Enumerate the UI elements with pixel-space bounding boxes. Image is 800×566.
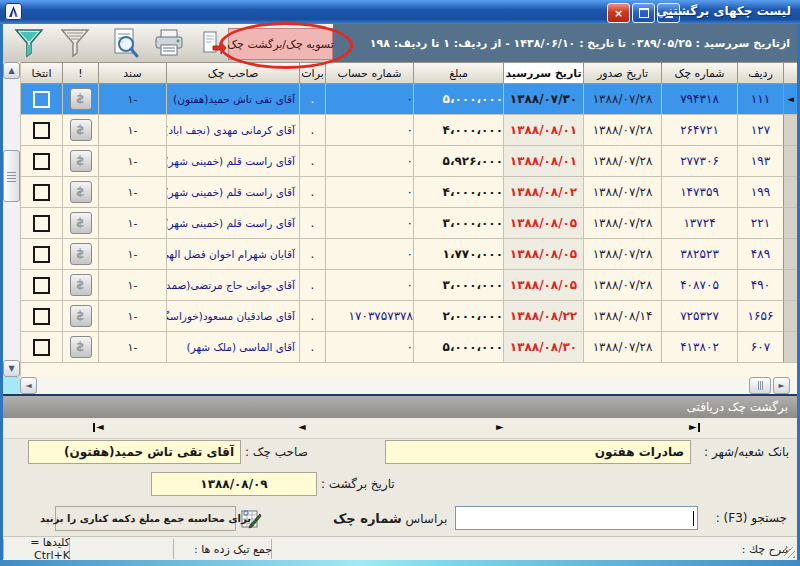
settle-check-button[interactable]: تسویه چک/برگشت چک: [228, 28, 333, 60]
cell-select: [20, 270, 62, 301]
dollar-settle-button[interactable]: $: [70, 181, 92, 203]
cell-row-number: ۴۸۹: [737, 239, 783, 270]
row-selector[interactable]: [783, 177, 797, 208]
scroll-down-button[interactable]: ▼: [3, 360, 20, 377]
dollar-settle-button[interactable]: $: [70, 243, 92, 265]
dollar-icon: $: [76, 217, 84, 229]
dollar-settle-button[interactable]: $: [70, 274, 92, 296]
section-header: برگشت چک دریافتی: [3, 394, 797, 418]
column-header-amount[interactable]: مبلغ: [413, 62, 503, 84]
cell-check-number: ۷۹۴۳۱۸: [661, 84, 737, 115]
clear-filter-button[interactable]: [55, 27, 95, 59]
cell-row-number: ۱۱۱: [737, 84, 783, 115]
cell-check-number: ۲۶۴۷۲۱: [661, 115, 737, 146]
cell-check-number: ۲۷۷۳۰۶: [661, 146, 737, 177]
print-icon: [153, 28, 185, 58]
scroll-left-button[interactable]: ◄: [20, 377, 37, 394]
cell-select: [20, 332, 62, 363]
table-row[interactable]: ۶۰۷۴۱۳۸۰۲۱۳۸۸/۰۷/۲۸۱۳۸۸/۰۸/۳۰۵،۰۰۰،۰۰۰۰.…: [20, 332, 797, 363]
maximize-icon: [639, 8, 649, 18]
bank-field[interactable]: صادرات هفتون: [385, 440, 691, 464]
select-checkbox[interactable]: [33, 339, 50, 356]
return-date-label: تاریخ برگشت :: [321, 477, 395, 491]
select-checkbox[interactable]: [33, 153, 50, 170]
dollar-settle-button[interactable]: $: [70, 212, 92, 234]
cell-barat: .: [299, 177, 325, 208]
row-selector[interactable]: [783, 332, 797, 363]
select-checkbox[interactable]: [33, 308, 50, 325]
cell-due-date: ۱۳۸۸/۰۷/۳۰: [503, 84, 583, 115]
table-row[interactable]: ◄۱۱۱۷۹۴۳۱۸۱۳۸۸/۰۷/۲۸۱۳۸۸/۰۷/۳۰۵،۰۰۰،۰۰۰۰…: [20, 84, 797, 115]
print-button[interactable]: [149, 27, 189, 59]
table-row[interactable]: ۲۲۱۱۳۷۲۴۱۳۸۸/۰۷/۲۸۱۳۸۸/۰۸/۰۵۳،۰۰۰،۰۰۰۰.آ…: [20, 208, 797, 239]
select-checkbox[interactable]: [33, 122, 50, 139]
column-header-due-date[interactable]: تاریخ سررسید: [503, 62, 583, 84]
search-input[interactable]: [455, 506, 698, 530]
row-selector[interactable]: [783, 239, 797, 270]
previous-record-button[interactable]: ◄: [298, 422, 306, 432]
text-caret: [693, 511, 694, 526]
horizontal-scrollbar[interactable]: ◄ ►: [3, 377, 797, 394]
select-checkbox[interactable]: [33, 184, 50, 201]
column-header-account-no[interactable]: شماره حساب: [325, 62, 413, 84]
dollar-settle-button[interactable]: $: [70, 336, 92, 358]
cell-issue-date: ۱۳۸۸/۰۷/۲۸: [583, 177, 661, 208]
close-button[interactable]: ×: [607, 3, 630, 23]
maximize-button[interactable]: [632, 3, 655, 23]
table-row[interactable]: ۱۶۵۶۷۲۵۳۲۷۱۳۸۸/۰۸/۱۴۱۳۸۸/۰۸/۲۲۲،۰۰۰،۰۰۰۱…: [20, 301, 797, 332]
arrow-down-icon: ▼: [8, 365, 14, 373]
column-header-owner[interactable]: صاحب چک: [166, 62, 299, 84]
scroll-right-button[interactable]: ►: [773, 377, 790, 394]
select-checkbox[interactable]: [33, 246, 50, 263]
select-checkbox[interactable]: [33, 91, 50, 108]
last-record-button[interactable]: ►: [689, 422, 700, 432]
filter-button[interactable]: [9, 27, 49, 59]
vertical-scrollbar[interactable]: ▲ ▼: [3, 62, 21, 377]
cell-due-date: ۱۳۸۸/۰۸/۰۱: [503, 146, 583, 177]
cell-document: -۱: [98, 270, 166, 301]
row-selector[interactable]: [783, 146, 797, 177]
cell-account-number: ۰: [325, 208, 413, 239]
first-record-button[interactable]: ◄: [93, 422, 104, 432]
column-header-select[interactable]: انتخا: [20, 62, 62, 84]
next-record-button[interactable]: ►: [496, 422, 504, 432]
table-row[interactable]: ۱۹۹۱۴۷۳۵۹۱۳۸۸/۰۷/۲۸۱۳۸۸/۰۸/۰۲۴،۰۰۰،۰۰۰۰.…: [20, 177, 797, 208]
cell-barat: .: [299, 270, 325, 301]
select-checkbox[interactable]: [33, 277, 50, 294]
arrow-right-icon: ►: [778, 382, 784, 390]
column-header-issue-date[interactable]: تاریخ صدور: [583, 62, 661, 84]
column-header-check-no[interactable]: شماره چک: [661, 62, 737, 84]
row-selector[interactable]: [783, 270, 797, 301]
cell-settle-action: $: [62, 208, 98, 239]
row-selector[interactable]: [783, 208, 797, 239]
row-selector[interactable]: ◄: [783, 84, 797, 115]
record-navigator: ◄ ◄ ► ►: [3, 418, 797, 439]
horizontal-scroll-thumb[interactable]: [749, 377, 771, 394]
check-owner-field[interactable]: آقای تقی تاش حمید(هفتون): [28, 440, 241, 464]
resize-grip[interactable]: [784, 547, 795, 558]
select-checkbox[interactable]: [33, 215, 50, 232]
table-row[interactable]: ۴۸۹۳۸۲۵۲۳۱۳۸۸/۰۷/۲۸۱۳۸۸/۰۸/۰۵۱،۷۷۰،۰۰۰۰.…: [20, 239, 797, 270]
column-header-radif[interactable]: ردیف: [737, 62, 783, 84]
row-selector[interactable]: [783, 115, 797, 146]
vertical-scroll-thumb[interactable]: [3, 150, 20, 202]
print-preview-button[interactable]: [105, 27, 145, 59]
dollar-settle-button[interactable]: $: [70, 305, 92, 327]
row-selector[interactable]: [783, 301, 797, 332]
table-row[interactable]: ۴۹۰۴۰۸۷۰۵۱۳۸۸/۰۷/۲۸۱۳۸۸/۰۸/۰۵۳،۰۰۰،۰۰۰۰.…: [20, 270, 797, 301]
toolbar: ازتاریخ سررسید : ۰۳۸۹/۰۵/۲۵ تا تاریخ : ۱…: [3, 24, 797, 62]
column-header-excl[interactable]: !: [62, 62, 98, 84]
table-row[interactable]: ۱۲۷۲۶۴۷۲۱۱۳۸۸/۰۷/۲۸۱۳۸۸/۰۸/۰۱۴،۰۰۰،۰۰۰۰.…: [20, 115, 797, 146]
dollar-settle-button[interactable]: $: [70, 150, 92, 172]
cell-row-number: ۲۲۱: [737, 208, 783, 239]
return-date-field[interactable]: ۱۳۸۸/۰۸/۰۹: [151, 472, 317, 496]
table-row[interactable]: ۱۹۳۲۷۷۳۰۶۱۳۸۸/۰۷/۲۸۱۳۸۸/۰۸/۰۱۵،۹۲۶،۰۰۰۰.…: [20, 146, 797, 177]
cell-issue-date: ۱۳۸۸/۰۷/۲۸: [583, 84, 661, 115]
column-header-sanad[interactable]: سند: [98, 62, 166, 84]
app-window: × لیست چکهای برگشتني: [0, 0, 800, 566]
dollar-settle-button[interactable]: $: [70, 88, 92, 110]
scroll-up-button[interactable]: ▲: [3, 62, 20, 79]
column-header-barat[interactable]: برات: [299, 62, 325, 84]
settle-action-button[interactable]: [199, 27, 229, 59]
dollar-settle-button[interactable]: $: [70, 119, 92, 141]
